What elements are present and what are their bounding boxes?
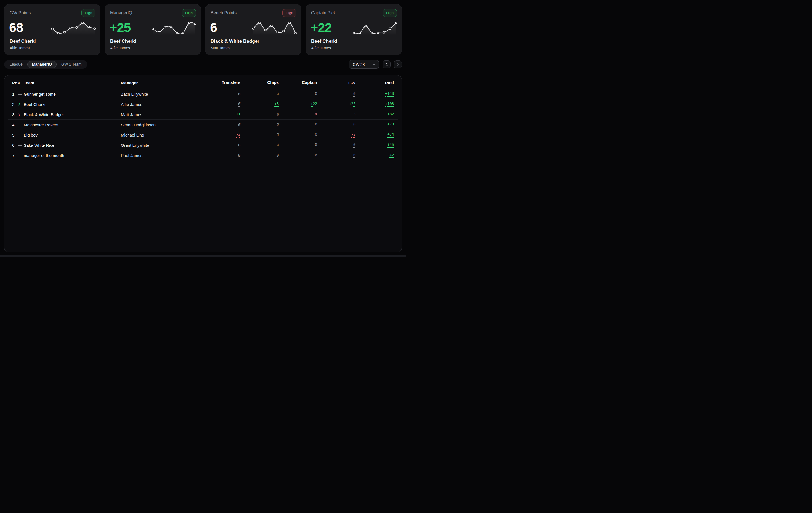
chips-value-cell: Ø [240, 122, 279, 127]
table-row[interactable]: 6—Saka White RiceGrant LillywhiteØØØØ+45 [8, 140, 398, 150]
captain-value[interactable]: Ø [315, 91, 317, 96]
table-header-row: Pos Team Manager Transfers Chips Captain… [8, 77, 398, 89]
table-row[interactable]: 1—Gunner get someZach LillywhiteØØØØ+143 [8, 89, 398, 99]
total-value[interactable]: +82 [387, 112, 394, 117]
tab-manageriq[interactable]: ManagerIQ [27, 61, 57, 68]
chips-value-cell: Ø [240, 153, 279, 157]
sparkline-chart [252, 21, 297, 37]
gw-value[interactable]: -3 [351, 112, 355, 117]
card-value: 68 [9, 20, 23, 35]
total-value-cell: +82 [355, 112, 394, 117]
col-header-label: Pos [12, 81, 20, 85]
gw-value[interactable]: -3 [351, 132, 355, 138]
movement-down-icon: ∨ [18, 113, 24, 116]
view-tabs: League ManagerIQ GW 1 Team [4, 60, 87, 69]
total-value-cell: +143 [355, 91, 394, 96]
previous-gameweek-button[interactable] [382, 60, 390, 68]
team-name: Saka White Rice [24, 143, 121, 148]
gw-value-cell: Ø [317, 142, 355, 148]
chips-value[interactable]: +3 [274, 101, 279, 107]
gw-value-cell: Ø [317, 122, 355, 127]
table-row[interactable]: 2∧Beef CherkiAlfie JamesØ+3+22+25+108 [8, 99, 398, 110]
sparkline-chart [151, 21, 197, 37]
transfers-value-cell: Ø [202, 101, 240, 107]
stat-card-manageriq: ManagerIQ High +25 Beef Cherki Alfie Jam… [105, 4, 201, 55]
table-row[interactable]: 3∨Black & White BadgerMatt James+1Ø-4-3+… [8, 110, 398, 120]
team-name: Big boy [24, 133, 121, 138]
gw-value[interactable]: Ø [353, 142, 355, 148]
transfers-value: Ø [238, 122, 240, 127]
chips-value-cell: Ø [240, 143, 279, 147]
gameweek-select-value: GW 28 [353, 62, 365, 67]
position-number: 7 [12, 153, 18, 158]
captain-value[interactable]: Ø [315, 122, 317, 127]
col-header-label[interactable]: Transfers [222, 80, 240, 86]
transfers-value: Ø [238, 92, 240, 96]
sparkline-chart [352, 21, 398, 37]
gw-value[interactable]: Ø [353, 122, 355, 127]
toolbar-right: GW 28 [349, 60, 402, 69]
card-value: +25 [110, 20, 131, 35]
col-header-manager: Manager [121, 81, 202, 85]
transfers-value-cell: Ø [202, 122, 240, 127]
table-row[interactable]: 7—manager of the monthPaul JamesØØØØ+2 [8, 150, 398, 160]
dashboard-page: GW Points High 68 Beef Cherki Alfie Jame… [0, 0, 406, 256]
transfers-value[interactable]: Ø [238, 101, 240, 107]
chips-value: Ø [277, 92, 279, 96]
total-value[interactable]: +74 [387, 132, 394, 138]
manager-name: Paul James [121, 153, 202, 158]
table-row[interactable]: 4—Melchester RoversSimon HodgkinsonØØØØ+… [8, 120, 398, 130]
total-value[interactable]: +78 [387, 122, 394, 127]
total-value-cell: +74 [355, 132, 394, 138]
chips-value-cell: Ø [240, 112, 279, 117]
captain-value[interactable]: Ø [315, 132, 317, 138]
captain-value[interactable]: Ø [315, 142, 317, 148]
gw-value-cell: -3 [317, 132, 355, 138]
transfers-value-cell: Ø [202, 143, 240, 147]
card-title: Bench Points [211, 10, 236, 16]
col-header-label: Team [24, 81, 34, 85]
captain-value-cell: Ø [279, 91, 317, 96]
transfers-value: Ø [238, 143, 240, 147]
card-team-name: Beef Cherki [10, 39, 36, 44]
total-value[interactable]: +108 [385, 101, 394, 107]
captain-value[interactable]: Ø [315, 153, 317, 158]
table-row[interactable]: 5—Big boyMichael Ling-3ØØ-3+74 [8, 130, 398, 140]
card-title: ManagerIQ [110, 10, 132, 16]
col-header-label[interactable]: Chips [267, 80, 279, 86]
position-number: 4 [12, 122, 18, 127]
next-gameweek-button[interactable] [394, 60, 402, 68]
card-team-name: Beef Cherki [311, 39, 337, 44]
movement-same-icon: — [18, 92, 24, 96]
transfers-value[interactable]: +1 [236, 112, 240, 117]
gw-value[interactable]: Ø [353, 153, 355, 158]
movement-same-icon: — [18, 143, 24, 147]
captain-value-cell: Ø [279, 153, 317, 158]
total-value[interactable]: +2 [389, 153, 394, 158]
gw-value[interactable]: +25 [349, 101, 355, 107]
tab-league[interactable]: League [5, 61, 27, 68]
team-name: Beef Cherki [24, 102, 121, 107]
captain-value[interactable]: +22 [311, 101, 317, 107]
card-title: Captain Pick [311, 10, 336, 16]
transfers-value-cell: Ø [202, 153, 240, 157]
card-team-name: Beef Cherki [110, 39, 136, 44]
col-header-label: Manager [121, 81, 138, 85]
status-badge: High [182, 9, 196, 17]
stat-card-bench-points: Bench Points High 6 Black & White Badger… [205, 4, 301, 55]
chips-value-cell: +3 [240, 101, 279, 107]
captain-value[interactable]: -4 [313, 112, 317, 117]
chips-value: Ø [277, 112, 279, 117]
movement-same-icon: — [18, 123, 24, 127]
col-header-label[interactable]: Captain [302, 80, 317, 86]
gw-value[interactable]: Ø [353, 91, 355, 96]
gameweek-select[interactable]: GW 28 [349, 60, 379, 69]
chips-value: Ø [277, 143, 279, 147]
total-value[interactable]: +143 [385, 91, 394, 96]
movement-same-icon: — [18, 154, 24, 157]
tab-gw-1-team[interactable]: GW 1 Team [57, 61, 86, 68]
total-value[interactable]: +45 [387, 142, 394, 148]
gw-value-cell: +25 [317, 101, 355, 107]
transfers-value[interactable]: -3 [236, 132, 240, 138]
card-manager-name: Alfie James [110, 46, 130, 50]
